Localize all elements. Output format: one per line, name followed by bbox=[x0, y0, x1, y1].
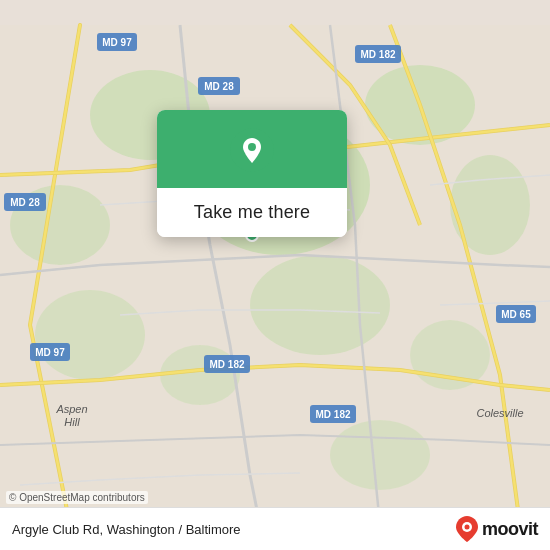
svg-point-8 bbox=[160, 345, 240, 405]
popup-header bbox=[157, 110, 347, 188]
svg-point-32 bbox=[248, 143, 256, 151]
bottom-bar: Argyle Club Rd, Washington / Baltimore m… bbox=[0, 507, 550, 550]
svg-text:MD 97: MD 97 bbox=[35, 347, 65, 358]
svg-text:MD 28: MD 28 bbox=[10, 197, 40, 208]
address-label: Argyle Club Rd, Washington / Baltimore bbox=[12, 522, 456, 537]
moovit-pin-icon bbox=[456, 516, 478, 542]
svg-text:Aspen: Aspen bbox=[55, 403, 87, 415]
attribution-text: © OpenStreetMap contributors bbox=[9, 492, 145, 503]
svg-point-7 bbox=[35, 290, 145, 380]
svg-point-6 bbox=[250, 255, 390, 355]
svg-text:MD 182: MD 182 bbox=[360, 49, 395, 60]
svg-text:Hill: Hill bbox=[64, 416, 80, 428]
svg-text:MD 97: MD 97 bbox=[102, 37, 132, 48]
take-me-there-button[interactable]: Take me there bbox=[194, 202, 310, 223]
moovit-logo: moovit bbox=[456, 516, 538, 542]
svg-text:Colesville: Colesville bbox=[476, 407, 523, 419]
popup-card: Take me there bbox=[157, 110, 347, 237]
map-background: MD 97 MD 182 MD 28 MD 28 MD 97 MD 182 MD… bbox=[0, 0, 550, 550]
svg-text:MD 182: MD 182 bbox=[209, 359, 244, 370]
svg-text:MD 28: MD 28 bbox=[204, 81, 234, 92]
map-container: MD 97 MD 182 MD 28 MD 28 MD 97 MD 182 MD… bbox=[0, 0, 550, 550]
popup-footer[interactable]: Take me there bbox=[157, 188, 347, 237]
svg-point-10 bbox=[330, 420, 430, 490]
moovit-wordmark: moovit bbox=[482, 519, 538, 540]
svg-text:MD 182: MD 182 bbox=[315, 409, 350, 420]
location-pin-icon bbox=[230, 128, 274, 172]
svg-text:MD 65: MD 65 bbox=[501, 309, 531, 320]
svg-point-34 bbox=[464, 525, 469, 530]
map-attribution: © OpenStreetMap contributors bbox=[6, 491, 148, 504]
